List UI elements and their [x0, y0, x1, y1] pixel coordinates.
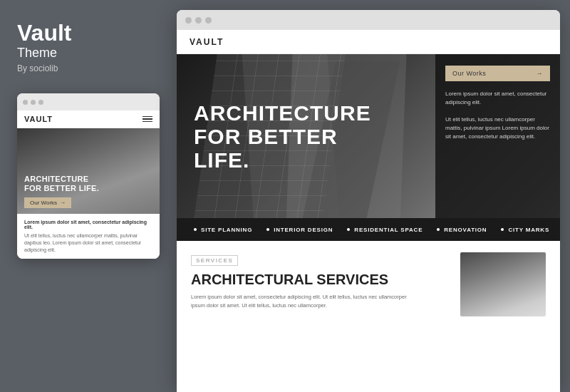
mobile-mockup: VAULT ARCHITECTUREFOR BETTER LIFE. Our W… — [17, 93, 160, 259]
strip-label-2: INTERIOR DESIGN — [274, 227, 333, 233]
desktop-mockup: VAULT ARCHITECTUREFOR BETTER LIFE. Our W… — [177, 10, 560, 392]
hero-card: Our Works → Lorem ipsum dolor sit amet, … — [435, 54, 560, 218]
mobile-hamburger-icon[interactable] — [142, 116, 152, 123]
desktop-dot-3 — [205, 17, 212, 24]
desktop-hero: ARCHITECTUREFOR BETTER LIFE. Our Works →… — [177, 54, 560, 218]
our-works-arrow: → — [537, 70, 544, 77]
arch-services-text: Lorem ipsum dolor sit amet, consectetur … — [191, 293, 419, 310]
mobile-hero: ARCHITECTUREFOR BETTER LIFE. Our Works → — [17, 128, 160, 214]
services-label: SERVICES — [191, 255, 238, 266]
strip-label-4: RENOVATION — [444, 227, 487, 233]
strip-item-residential[interactable]: RESIDENTIAL SPACE — [340, 227, 430, 233]
mobile-dot-2 — [31, 100, 36, 105]
strip-dot-1 — [194, 228, 197, 231]
strip-dot-2 — [266, 228, 269, 231]
desktop-hero-title: ARCHITECTUREFOR BETTER LIFE. — [194, 101, 393, 172]
strip-item-site-planning[interactable]: SITE PLANNING — [187, 227, 259, 233]
strip-item-more[interactable]: ST — [556, 227, 560, 233]
bottom-right — [460, 252, 546, 381]
hamburger-line-3 — [142, 121, 152, 123]
desktop-dot-2 — [195, 17, 202, 24]
desktop-nav: VAULT — [177, 30, 560, 54]
mobile-hero-title: ARCHITECTUREFOR BETTER LIFE. — [24, 175, 99, 193]
strip-dot-4 — [437, 228, 440, 231]
strip-dot-5 — [501, 228, 504, 231]
arch-services-title: ARCHITECTURAL SERVICES — [191, 272, 449, 287]
left-panel: Vault Theme By sociolib VAULT ARCHITECTU… — [0, 0, 177, 392]
strip-label-5: CITY MARKS — [508, 227, 549, 233]
mobile-nav-logo: VAULT — [24, 115, 53, 123]
desktop-bottom: SERVICES ARCHITECTURAL SERVICES Lorem ip… — [177, 241, 560, 392]
hamburger-line-2 — [142, 118, 152, 120]
mobile-our-works-btn[interactable]: Our Works → — [24, 197, 71, 208]
strip-dot-3 — [347, 228, 350, 231]
brand-subtitle: Theme — [17, 46, 160, 61]
desktop-dot-1 — [185, 17, 192, 24]
mobile-lorem-2: Ut elit tellus, luctus nec ullamcorper m… — [24, 232, 152, 253]
hero-card-text: Lorem ipsum dolor sit amet, consectetur … — [445, 90, 550, 141]
strip-item-city-marks[interactable]: CITY MARKS — [494, 227, 556, 233]
strip-label-1: SITE PLANNING — [201, 227, 252, 233]
bottom-building-image — [460, 252, 546, 316]
mobile-our-works-label: Our Works — [30, 200, 57, 206]
desktop-nav-logo: VAULT — [190, 37, 224, 47]
mobile-dot-3 — [38, 100, 43, 105]
desktop-content: VAULT ARCHITECTUREFOR BETTER LIFE. Our W… — [177, 30, 560, 392]
strip-label-3: RESIDENTIAL SPACE — [354, 227, 423, 233]
mobile-hero-text: ARCHITECTUREFOR BETTER LIFE. Our Works → — [24, 175, 99, 208]
hamburger-line-1 — [142, 116, 152, 118]
desktop-browser-bar — [177, 10, 560, 30]
mobile-content: Lorem ipsum dolor sit amet, consectetur … — [17, 214, 160, 259]
mobile-browser-bar — [17, 93, 160, 110]
mobile-dot-1 — [23, 100, 28, 105]
our-works-button[interactable]: Our Works → — [445, 66, 550, 81]
brand-author: By sociolib — [17, 63, 160, 73]
brand-title: Vault — [17, 21, 160, 44]
our-works-label: Our Works — [452, 70, 486, 77]
mobile-our-works-arrow: → — [60, 200, 66, 206]
services-strip: SITE PLANNING INTERIOR DESIGN RESIDENTIA… — [177, 218, 560, 241]
bottom-left: SERVICES ARCHITECTURAL SERVICES Lorem ip… — [191, 252, 449, 381]
mobile-nav: VAULT — [17, 110, 160, 128]
strip-item-renovation[interactable]: RENOVATION — [430, 227, 494, 233]
mobile-lorem-1: Lorem ipsum dolor sit amet, consectetur … — [24, 220, 152, 229]
strip-item-interior-design[interactable]: INTERIOR DESIGN — [259, 227, 340, 233]
